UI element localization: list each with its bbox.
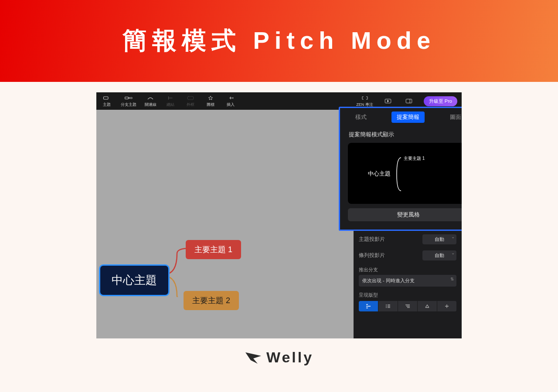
upgrade-button[interactable]: 升級至 Pro — [424, 96, 457, 106]
summary-icon — [167, 95, 174, 101]
boundary-icon — [187, 95, 194, 101]
layout-option-2[interactable] — [378, 301, 398, 311]
panel-icon — [405, 98, 413, 104]
pitch-preview[interactable]: 中心主題 主要主題 1 — [348, 143, 462, 204]
layout-options — [359, 301, 456, 311]
change-style-button[interactable]: 變更風格 — [348, 208, 462, 221]
plus-icon — [227, 95, 235, 101]
svg-point-6 — [386, 304, 387, 305]
branch-select[interactable]: 依次出現 - 同時進入分支 — [359, 275, 456, 287]
fullscreen-icon — [361, 95, 369, 101]
topic-slides-select[interactable]: 自動 — [422, 234, 456, 244]
tool-topic[interactable]: 主題 — [101, 95, 113, 108]
list-slides-select[interactable]: 自動 — [422, 250, 456, 260]
tool-present[interactable] — [382, 98, 394, 104]
svg-rect-2 — [130, 97, 133, 98]
layout-label: 呈現版型 — [359, 292, 456, 298]
relationship-icon — [146, 95, 154, 101]
footer-logo: Welly — [0, 342, 558, 379]
tab-style[interactable]: 樣式 — [350, 112, 372, 123]
list-slides-label: 條列投影片 — [359, 252, 385, 259]
banner-title: 簡報模式 Pitch Mode — [122, 24, 436, 57]
mindmap-topic1-node[interactable]: 主要主題 1 — [186, 240, 241, 259]
preview-center-text: 中心主題 — [368, 170, 391, 178]
tab-pitch[interactable]: 提案簡報 — [391, 112, 425, 123]
callout-tabs: 樣式 提案簡報 圖面 — [340, 108, 462, 126]
mindmap-center-node[interactable]: 中心主題 — [99, 264, 170, 296]
layout-option-5[interactable] — [437, 301, 456, 311]
banner: 簡報模式 Pitch Mode — [0, 0, 558, 82]
topic-slides-label: 主題投影片 — [359, 236, 385, 243]
svg-rect-3 — [187, 96, 194, 100]
svg-rect-1 — [125, 97, 129, 99]
branch-label: 推出分支 — [359, 267, 456, 273]
footer-brand: Welly — [266, 349, 313, 366]
tool-panel[interactable] — [403, 98, 415, 104]
star-icon — [207, 95, 214, 101]
tab-image[interactable]: 圖面 — [445, 112, 462, 123]
app-screenshot: 主題 分支主題 關連線 總結 外框 圖標 — [96, 92, 462, 338]
play-icon — [384, 98, 392, 104]
svg-point-8 — [386, 307, 387, 308]
bracket-icon — [396, 155, 402, 193]
mindmap-topic2-node[interactable]: 主要主題 2 — [184, 291, 239, 310]
layout-option-3[interactable] — [398, 301, 418, 311]
tool-relationship[interactable]: 關連線 — [144, 95, 157, 108]
layout-option-1[interactable] — [359, 301, 378, 311]
preview-branch-text: 主要主題 1 — [404, 155, 425, 162]
callout-section-title: 提案簡報模式顯示 — [340, 126, 462, 141]
subtopic-icon — [125, 95, 133, 101]
tool-zen[interactable]: ZEN 專注 — [356, 95, 373, 108]
tool-summary[interactable]: 總結 — [164, 95, 177, 108]
tool-marker[interactable]: 圖標 — [204, 95, 217, 108]
pitch-callout: 樣式 提案簡報 圖面 提案簡報模式顯示 中心主題 主要主題 1 變更風格 — [339, 107, 462, 231]
tool-insert[interactable]: 插入 — [225, 95, 237, 108]
svg-rect-0 — [104, 97, 109, 99]
svg-point-7 — [386, 306, 387, 307]
welly-logo-icon — [245, 351, 262, 365]
layout-option-4[interactable] — [418, 301, 437, 311]
svg-rect-5 — [406, 99, 412, 103]
topic-icon — [103, 95, 111, 101]
tool-subtopic[interactable]: 分支主題 — [121, 95, 136, 108]
tool-boundary[interactable]: 外框 — [184, 95, 197, 108]
